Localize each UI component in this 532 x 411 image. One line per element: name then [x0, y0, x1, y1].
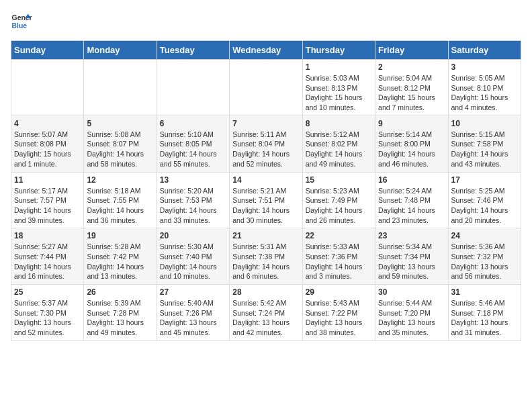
day-info: Sunrise: 5:05 AM Sunset: 8:10 PM Dayligh…: [451, 73, 518, 113]
day-number: 21: [232, 231, 299, 240]
day-info: Sunrise: 5:28 AM Sunset: 7:42 PM Dayligh…: [87, 242, 153, 281]
calendar-table: SundayMondayTuesdayWednesdayThursdayFrid…: [11, 40, 521, 341]
day-number: 14: [232, 175, 299, 185]
day-info: Sunrise: 5:12 AM Sunset: 8:02 PM Dayligh…: [306, 130, 372, 169]
calendar-cell: 4Sunrise: 5:07 AM Sunset: 8:08 PM Daylig…: [11, 116, 84, 172]
day-number: 12: [87, 175, 153, 185]
day-number: 5: [87, 119, 153, 128]
weekday-header: Monday: [84, 41, 157, 60]
day-info: Sunrise: 5:33 AM Sunset: 7:36 PM Dayligh…: [306, 242, 372, 281]
day-info: Sunrise: 5:03 AM Sunset: 8:13 PM Dayligh…: [306, 73, 372, 113]
day-info: Sunrise: 5:21 AM Sunset: 7:51 PM Dayligh…: [232, 186, 299, 226]
day-info: Sunrise: 5:08 AM Sunset: 8:07 PM Dayligh…: [87, 130, 153, 169]
calendar-cell: 6Sunrise: 5:10 AM Sunset: 8:05 PM Daylig…: [157, 116, 229, 172]
calendar-cell: 8Sunrise: 5:12 AM Sunset: 8:02 PM Daylig…: [302, 116, 375, 172]
calendar-cell: 26Sunrise: 5:39 AM Sunset: 7:28 PM Dayli…: [84, 285, 157, 341]
weekday-header: Tuesday: [157, 41, 229, 60]
day-info: Sunrise: 5:39 AM Sunset: 7:28 PM Dayligh…: [87, 298, 153, 338]
calendar-cell: 1Sunrise: 5:03 AM Sunset: 8:13 PM Daylig…: [302, 60, 375, 116]
day-info: Sunrise: 5:20 AM Sunset: 7:53 PM Dayligh…: [160, 186, 226, 226]
calendar-cell: 15Sunrise: 5:23 AM Sunset: 7:49 PM Dayli…: [302, 172, 375, 228]
day-info: Sunrise: 5:17 AM Sunset: 7:57 PM Dayligh…: [14, 186, 81, 226]
day-number: 27: [160, 287, 226, 297]
calendar-cell: 18Sunrise: 5:27 AM Sunset: 7:44 PM Dayli…: [11, 228, 84, 285]
day-info: Sunrise: 5:40 AM Sunset: 7:26 PM Dayligh…: [160, 298, 226, 338]
day-info: Sunrise: 5:30 AM Sunset: 7:40 PM Dayligh…: [160, 242, 226, 281]
day-number: 18: [14, 231, 81, 240]
calendar-cell: 27Sunrise: 5:40 AM Sunset: 7:26 PM Dayli…: [157, 285, 229, 341]
calendar-cell: 28Sunrise: 5:42 AM Sunset: 7:24 PM Dayli…: [230, 285, 302, 341]
calendar-cell: 9Sunrise: 5:14 AM Sunset: 8:00 PM Daylig…: [375, 116, 448, 172]
day-number: 11: [14, 175, 81, 185]
day-number: 19: [87, 231, 153, 240]
calendar-cell: [157, 60, 229, 116]
day-number: 3: [451, 62, 518, 72]
day-info: Sunrise: 5:43 AM Sunset: 7:22 PM Dayligh…: [306, 298, 372, 338]
calendar-cell: 10Sunrise: 5:15 AM Sunset: 7:58 PM Dayli…: [448, 116, 521, 172]
calendar-cell: 2Sunrise: 5:04 AM Sunset: 8:12 PM Daylig…: [375, 60, 448, 116]
day-info: Sunrise: 5:27 AM Sunset: 7:44 PM Dayligh…: [14, 242, 81, 281]
calendar-cell: 30Sunrise: 5:44 AM Sunset: 7:20 PM Dayli…: [375, 285, 448, 341]
day-number: 13: [160, 175, 226, 185]
calendar-cell: 21Sunrise: 5:31 AM Sunset: 7:38 PM Dayli…: [230, 228, 302, 285]
calendar-cell: 29Sunrise: 5:43 AM Sunset: 7:22 PM Dayli…: [302, 285, 375, 341]
calendar-cell: 7Sunrise: 5:11 AM Sunset: 8:04 PM Daylig…: [230, 116, 302, 172]
day-number: 15: [306, 175, 372, 185]
calendar-cell: 24Sunrise: 5:36 AM Sunset: 7:32 PM Dayli…: [448, 228, 521, 285]
day-number: 17: [451, 175, 518, 185]
day-info: Sunrise: 5:44 AM Sunset: 7:20 PM Dayligh…: [378, 298, 445, 338]
day-number: 28: [232, 287, 299, 297]
day-number: 4: [14, 119, 81, 128]
calendar-cell: 5Sunrise: 5:08 AM Sunset: 8:07 PM Daylig…: [84, 116, 157, 172]
calendar-cell: 12Sunrise: 5:18 AM Sunset: 7:55 PM Dayli…: [84, 172, 157, 228]
day-number: 29: [306, 287, 372, 297]
day-info: Sunrise: 5:11 AM Sunset: 8:04 PM Dayligh…: [232, 130, 299, 169]
day-number: 24: [451, 231, 518, 240]
day-number: 7: [232, 119, 299, 128]
weekday-header: Wednesday: [230, 41, 302, 60]
day-info: Sunrise: 5:07 AM Sunset: 8:08 PM Dayligh…: [14, 130, 81, 169]
calendar-cell: [230, 60, 302, 116]
calendar-cell: 3Sunrise: 5:05 AM Sunset: 8:10 PM Daylig…: [448, 60, 521, 116]
day-info: Sunrise: 5:10 AM Sunset: 8:05 PM Dayligh…: [160, 130, 226, 169]
calendar-cell: 20Sunrise: 5:30 AM Sunset: 7:40 PM Dayli…: [157, 228, 229, 285]
weekday-header: Saturday: [448, 41, 521, 60]
calendar-cell: 25Sunrise: 5:37 AM Sunset: 7:30 PM Dayli…: [11, 285, 84, 341]
calendar-cell: 14Sunrise: 5:21 AM Sunset: 7:51 PM Dayli…: [230, 172, 302, 228]
day-info: Sunrise: 5:36 AM Sunset: 7:32 PM Dayligh…: [451, 242, 518, 281]
weekday-header: Sunday: [11, 41, 84, 60]
day-number: 22: [306, 231, 372, 240]
calendar-cell: 23Sunrise: 5:34 AM Sunset: 7:34 PM Dayli…: [375, 228, 448, 285]
day-number: 20: [160, 231, 226, 240]
day-info: Sunrise: 5:14 AM Sunset: 8:00 PM Dayligh…: [378, 130, 445, 169]
day-number: 8: [306, 119, 372, 128]
day-info: Sunrise: 5:23 AM Sunset: 7:49 PM Dayligh…: [306, 186, 372, 226]
logo-icon: General Blue: [11, 11, 32, 32]
day-info: Sunrise: 5:31 AM Sunset: 7:38 PM Dayligh…: [232, 242, 299, 281]
day-info: Sunrise: 5:04 AM Sunset: 8:12 PM Dayligh…: [378, 73, 445, 113]
day-info: Sunrise: 5:25 AM Sunset: 7:46 PM Dayligh…: [451, 186, 518, 226]
day-number: 23: [378, 231, 445, 240]
weekday-header: Friday: [375, 41, 448, 60]
calendar-cell: 31Sunrise: 5:46 AM Sunset: 7:18 PM Dayli…: [448, 285, 521, 341]
calendar-cell: 11Sunrise: 5:17 AM Sunset: 7:57 PM Dayli…: [11, 172, 84, 228]
calendar-cell: 13Sunrise: 5:20 AM Sunset: 7:53 PM Dayli…: [157, 172, 229, 228]
day-info: Sunrise: 5:42 AM Sunset: 7:24 PM Dayligh…: [232, 298, 299, 338]
calendar-cell: 16Sunrise: 5:24 AM Sunset: 7:48 PM Dayli…: [375, 172, 448, 228]
day-number: 30: [378, 287, 445, 297]
calendar-cell: [84, 60, 157, 116]
logo: General Blue: [11, 11, 32, 32]
day-info: Sunrise: 5:24 AM Sunset: 7:48 PM Dayligh…: [378, 186, 445, 226]
day-number: 1: [306, 62, 372, 72]
day-number: 9: [378, 119, 445, 128]
header: General Blue: [11, 11, 521, 32]
day-info: Sunrise: 5:46 AM Sunset: 7:18 PM Dayligh…: [451, 298, 518, 338]
svg-text:Blue: Blue: [12, 22, 28, 30]
day-number: 2: [378, 62, 445, 72]
calendar-cell: 19Sunrise: 5:28 AM Sunset: 7:42 PM Dayli…: [84, 228, 157, 285]
weekday-header: Thursday: [302, 41, 375, 60]
calendar-cell: 22Sunrise: 5:33 AM Sunset: 7:36 PM Dayli…: [302, 228, 375, 285]
day-number: 25: [14, 287, 81, 297]
day-info: Sunrise: 5:15 AM Sunset: 7:58 PM Dayligh…: [451, 130, 518, 169]
day-info: Sunrise: 5:18 AM Sunset: 7:55 PM Dayligh…: [87, 186, 153, 226]
